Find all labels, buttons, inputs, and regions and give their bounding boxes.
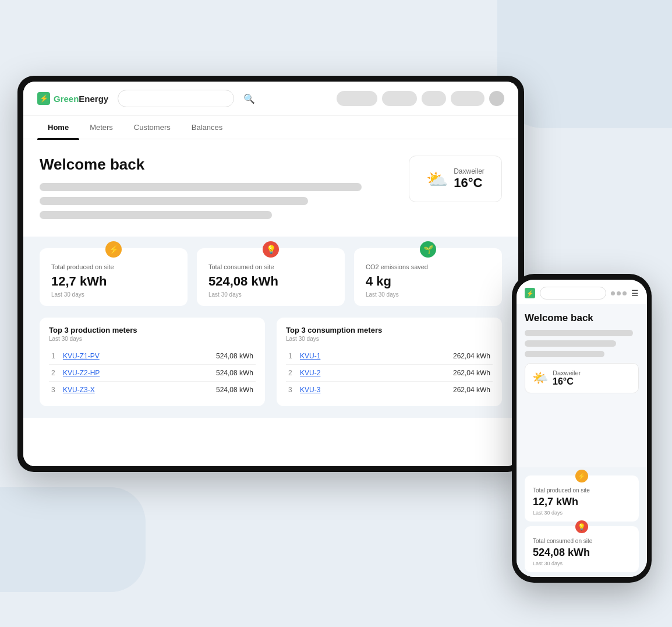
nav-pills xyxy=(337,91,504,106)
consumption-table: 1 KVU-1 262,04 kWh 2 KVU-2 262,04 kWh 3 xyxy=(286,348,493,398)
table-row: 2 KVU-2 262,04 kWh xyxy=(286,365,493,382)
meter-link[interactable]: KVU-Z2-HP xyxy=(61,365,158,382)
tab-balances[interactable]: Balances xyxy=(181,116,233,139)
phone-dot-3 xyxy=(623,291,627,295)
nav-pill-3 xyxy=(422,91,446,106)
rank: 3 xyxy=(49,382,61,399)
welcome-title: Welcome back xyxy=(40,156,397,174)
phone-stat-sub-production: Last 30 days xyxy=(533,510,631,516)
stat-card-production: ⚡ Total produced on site 12,7 kWh Last 3… xyxy=(40,248,188,306)
phone-screen: ⚡ ☰ Welcome back 🌤️ Daxweiler 16°C xyxy=(517,280,647,577)
phone-weather-card: 🌤️ Daxweiler 16°C xyxy=(525,363,639,393)
tab-home[interactable]: Home xyxy=(37,116,79,139)
tables-section: Top 3 production meters Last 30 days 1 K… xyxy=(23,315,518,418)
phone-welcome-title: Welcome back xyxy=(525,312,639,324)
meter-link[interactable]: KVU-Z1-PV xyxy=(61,348,158,365)
rank: 2 xyxy=(286,365,298,382)
phone-stat-label-production: Total produced on site xyxy=(533,487,631,494)
logo: ⚡ GreenEnergy xyxy=(37,92,108,105)
tablet-header: ⚡ GreenEnergy 🔍 xyxy=(23,82,518,116)
phone-weather-temp: 16°C xyxy=(553,376,581,387)
tab-customers[interactable]: Customers xyxy=(123,116,181,139)
consumption-table-block: Top 3 consumption meters Last 30 days 1 … xyxy=(277,318,502,406)
production-table: 1 KVU-Z1-PV 524,08 kWh 2 KVU-Z2-HP 524,0… xyxy=(49,348,256,398)
welcome-left: Welcome back xyxy=(40,156,397,225)
logo-green-text: Green xyxy=(54,94,79,104)
search-icon[interactable]: 🔍 xyxy=(243,93,255,104)
tablet-tabs: Home Meters Customers Balances xyxy=(23,116,518,139)
stat-card-co2: 🌱 CO2 emissions saved 4 kg Last 30 days xyxy=(354,248,502,306)
phone-weather-info: Daxweiler 16°C xyxy=(553,369,581,387)
phone-stat-sub-consumption: Last 30 days xyxy=(533,561,631,566)
meter-value: 262,04 kWh xyxy=(371,348,493,365)
phone-content: Welcome back 🌤️ Daxweiler 16°C xyxy=(517,304,647,467)
stat-label-production: Total produced on site xyxy=(51,263,176,270)
tablet-device: ⚡ GreenEnergy 🔍 Home Meters Customers Ba… xyxy=(17,76,524,472)
nav-pill-4 xyxy=(451,91,484,106)
tab-meters[interactable]: Meters xyxy=(79,116,123,139)
stats-row: ⚡ Total produced on site 12,7 kWh Last 3… xyxy=(40,248,502,306)
logo-bolt-icon: ⚡ xyxy=(40,94,48,103)
stat-value-production: 12,7 kWh xyxy=(51,274,176,289)
meter-link[interactable]: KVU-1 xyxy=(298,348,371,365)
phone-skeleton-3 xyxy=(525,351,604,357)
welcome-section: Welcome back ⛅ Daxweiler 16°C xyxy=(23,139,518,237)
logo-text: GreenEnergy xyxy=(54,94,108,104)
phone-logo-icon: ⚡ xyxy=(525,288,535,298)
skeleton-3 xyxy=(40,211,272,219)
menu-icon[interactable]: ☰ xyxy=(631,288,639,298)
meter-value: 262,04 kWh xyxy=(371,382,493,399)
meter-value: 262,04 kWh xyxy=(371,365,493,382)
stat-icon-co2: 🌱 xyxy=(420,241,436,258)
weather-temp: 16°C xyxy=(454,175,484,191)
phone-bolt-icon: ⚡ xyxy=(526,290,533,297)
weather-city: Daxweiler xyxy=(454,167,484,175)
nav-avatar xyxy=(489,91,504,106)
meter-link[interactable]: KVU-Z3-X xyxy=(61,382,158,399)
production-table-title: Top 3 production meters xyxy=(49,326,256,334)
phone-stat-card-consumption: 💡 Total consumed on site 524,08 kWh Last… xyxy=(525,526,639,572)
phone-header: ⚡ ☰ xyxy=(517,280,647,304)
tablet-screen: ⚡ GreenEnergy 🔍 Home Meters Customers Ba… xyxy=(23,82,518,466)
phone-skeleton-1 xyxy=(525,330,633,336)
skeleton-1 xyxy=(40,183,362,191)
phone-device: ⚡ ☰ Welcome back 🌤️ Daxweiler 16°C xyxy=(512,274,652,583)
stat-icon-consumption: 💡 xyxy=(263,241,279,258)
stat-value-consumption: 524,08 kWh xyxy=(208,274,333,289)
tablet-search-bar[interactable] xyxy=(118,90,234,107)
bg-decoration-bottom xyxy=(0,487,146,592)
stat-icon-production: ⚡ xyxy=(105,241,122,258)
stats-section: ⚡ Total produced on site 12,7 kWh Last 3… xyxy=(23,237,518,315)
consumption-table-title: Top 3 consumption meters xyxy=(286,326,493,334)
rank: 1 xyxy=(286,348,298,365)
table-row: 1 KVU-Z1-PV 524,08 kWh xyxy=(49,348,256,365)
phone-search-bar[interactable] xyxy=(540,287,606,300)
phone-skeleton-2 xyxy=(525,340,616,347)
stat-card-consumption: 💡 Total consumed on site 524,08 kWh Last… xyxy=(197,248,345,306)
meter-value: 524,08 kWh xyxy=(158,348,256,365)
meter-value: 524,08 kWh xyxy=(158,365,256,382)
rank: 3 xyxy=(286,382,298,399)
stat-sub-consumption: Last 30 days xyxy=(208,291,333,298)
weather-icon: ⛅ xyxy=(426,169,448,189)
table-row: 3 KVU-Z3-X 524,08 kWh xyxy=(49,382,256,399)
weather-card: ⛅ Daxweiler 16°C xyxy=(409,156,502,202)
phone-stat-icon-consumption: 💡 xyxy=(575,520,588,533)
stat-value-co2: 4 kg xyxy=(366,274,490,289)
production-table-sub: Last 30 days xyxy=(49,336,256,342)
phone-dot-1 xyxy=(611,291,615,295)
stat-label-consumption: Total consumed on site xyxy=(208,263,333,270)
weather-info: Daxweiler 16°C xyxy=(454,167,484,191)
phone-stats: ⚡ Total produced on site 12,7 kWh Last 3… xyxy=(517,467,647,577)
stat-sub-production: Last 30 days xyxy=(51,291,176,298)
logo-icon: ⚡ xyxy=(37,92,50,105)
production-table-block: Top 3 production meters Last 30 days 1 K… xyxy=(40,318,265,406)
table-row: 2 KVU-Z2-HP 524,08 kWh xyxy=(49,365,256,382)
meter-link[interactable]: KVU-2 xyxy=(298,365,371,382)
logo-dark-text: Energy xyxy=(79,94,108,104)
stat-sub-co2: Last 30 days xyxy=(366,291,490,298)
nav-pill-2 xyxy=(382,91,417,106)
phone-weather-city: Daxweiler xyxy=(553,369,581,376)
skeleton-2 xyxy=(40,197,308,205)
meter-link[interactable]: KVU-3 xyxy=(298,382,371,399)
